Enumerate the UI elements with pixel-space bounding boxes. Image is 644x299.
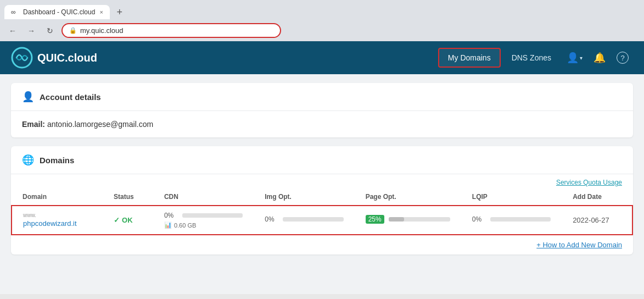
- user-icon: 👤: [567, 52, 579, 64]
- img-opt-pct-label: 0%: [265, 215, 278, 223]
- cell-cdn: 0% 📊 0.60 GB: [153, 206, 254, 235]
- storage-row: 📊 0.60 GB: [164, 222, 243, 229]
- col-page-opt: Page Opt.: [355, 189, 461, 206]
- cell-domain: www. phpcodewizard.it: [12, 206, 103, 235]
- notifications-button[interactable]: 🔔: [589, 47, 610, 68]
- navbar: QUIC.cloud My Domains DNS Zones 👤 ▾ 🔔 ?: [0, 41, 644, 74]
- main-content: 👤 Account details Email: antonio.lamorge…: [0, 74, 644, 272]
- domains-table-wrapper: Domain Status CDN Img Opt. Page Opt. LQI…: [11, 189, 633, 235]
- cdn-pct-label: 0%: [164, 212, 178, 219]
- page-opt-progress-bar-wrap: [389, 217, 450, 222]
- cell-page-opt: 25%: [355, 206, 461, 235]
- col-img-opt: Img Opt.: [254, 189, 354, 206]
- forward-button[interactable]: →: [24, 24, 38, 38]
- col-status: Status: [103, 189, 153, 206]
- table-head: Domain Status CDN Img Opt. Page Opt. LQI…: [12, 189, 632, 206]
- add-domain-link[interactable]: + How to Add New Domain: [11, 235, 633, 254]
- logo-icon: [11, 47, 33, 69]
- add-date-value: 2022-06-27: [573, 216, 609, 224]
- col-lqip: LQIP: [461, 189, 562, 206]
- cdn-progress-row: 0%: [164, 212, 243, 219]
- table-row: www. phpcodewizard.it ✓ OK: [12, 206, 632, 235]
- domain-link[interactable]: phpcodewizard.it: [23, 219, 77, 228]
- cell-img-opt: 0%: [254, 206, 354, 235]
- tab-close-button[interactable]: ×: [99, 9, 103, 15]
- browser-tab[interactable]: ∞ Dashboard - QUIC.cloud ×: [4, 5, 110, 19]
- new-tab-button[interactable]: +: [112, 4, 127, 20]
- img-opt-progress-row: 0%: [265, 215, 343, 223]
- globe-icon: 🌐: [22, 154, 34, 166]
- account-details-body: Email: antonio.lamorgese@gmail.com: [11, 111, 633, 137]
- email-label: Email:: [22, 120, 45, 129]
- tab-favicon: ∞: [11, 8, 19, 16]
- help-button[interactable]: ?: [612, 47, 633, 68]
- address-bar[interactable]: 🔒: [61, 23, 281, 38]
- add-domain-text[interactable]: + How to Add New Domain: [536, 241, 622, 249]
- email-value: antonio.lamorgese@gmail.com: [47, 120, 153, 129]
- browser-chrome: ∞ Dashboard - QUIC.cloud × + ← → ↻ 🔒: [0, 0, 644, 41]
- page-opt-progress-row: 25%: [366, 215, 450, 224]
- refresh-button[interactable]: ↻: [43, 24, 57, 38]
- lqip-progress-bar-wrap: [490, 217, 551, 222]
- cdn-progress-bar-wrap: [182, 213, 243, 218]
- col-domain: Domain: [12, 189, 103, 206]
- browser-controls: ← → ↻ 🔒: [0, 20, 644, 41]
- user-dropdown-icon: ▾: [580, 55, 583, 61]
- help-icon: ?: [617, 52, 629, 64]
- logo[interactable]: QUIC.cloud: [11, 47, 97, 69]
- check-icon: ✓: [114, 216, 120, 224]
- cell-lqip: 0%: [461, 206, 562, 235]
- status-text: OK: [122, 216, 133, 224]
- domains-header: 🌐 Domains: [11, 146, 633, 174]
- cell-status: ✓ OK: [103, 206, 153, 235]
- lock-icon: 🔒: [69, 27, 77, 34]
- nav-dns-zones[interactable]: DNS Zones: [503, 49, 560, 67]
- browser-tab-bar: ∞ Dashboard - QUIC.cloud × +: [0, 0, 644, 20]
- bar-chart-icon: 📊: [164, 222, 172, 229]
- lqip-progress-row: 0%: [472, 215, 551, 223]
- lqip-pct-label: 0%: [472, 215, 486, 223]
- storage-value: 0.60 GB: [174, 222, 196, 229]
- domain-www: www.: [23, 213, 92, 218]
- img-opt-progress-bar-wrap: [283, 217, 343, 222]
- table-body: www. phpcodewizard.it ✓ OK: [12, 206, 632, 235]
- cell-add-date: 2022-06-27: [562, 206, 632, 235]
- nav-links: My Domains DNS Zones 👤 ▾ 🔔 ?: [438, 47, 633, 68]
- col-add-date: Add Date: [562, 189, 632, 206]
- logo-text: QUIC.cloud: [37, 52, 97, 64]
- quota-link[interactable]: Services Quota Usage: [556, 179, 622, 186]
- page-opt-pct-label: 25%: [366, 215, 384, 224]
- account-icon: 👤: [22, 91, 34, 103]
- bell-icon: 🔔: [593, 52, 606, 64]
- account-details-card: 👤 Account details Email: antonio.lamorge…: [11, 83, 633, 137]
- domains-card: 🌐 Domains Services Quota Usage Domain St…: [11, 146, 633, 254]
- nav-my-domains[interactable]: My Domains: [438, 48, 501, 68]
- app-container: QUIC.cloud My Domains DNS Zones 👤 ▾ 🔔 ? …: [0, 41, 644, 294]
- back-button[interactable]: ←: [5, 24, 20, 38]
- tab-title: Dashboard - QUIC.cloud: [23, 8, 95, 16]
- email-row: Email: antonio.lamorgese@gmail.com: [22, 120, 622, 129]
- status-ok: ✓ OK: [114, 216, 142, 224]
- quota-header: Services Quota Usage: [11, 174, 633, 189]
- domains-table: Domain Status CDN Img Opt. Page Opt. LQI…: [11, 189, 633, 235]
- user-menu-button[interactable]: 👤 ▾: [562, 47, 587, 68]
- account-details-title: Account details: [40, 92, 101, 102]
- domains-title: Domains: [40, 156, 74, 165]
- account-details-header: 👤 Account details: [11, 83, 633, 111]
- page-opt-progress-bar: [389, 217, 404, 222]
- col-cdn: CDN: [153, 189, 254, 206]
- address-input[interactable]: [80, 26, 273, 35]
